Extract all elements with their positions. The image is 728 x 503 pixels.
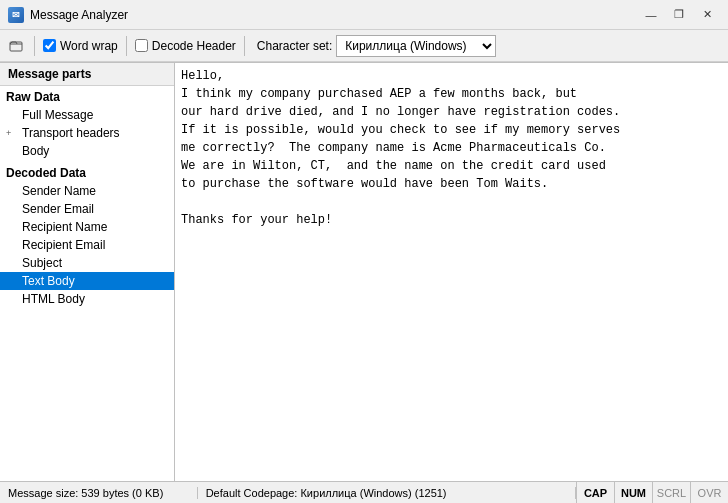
tree-item-label: Sender Email: [22, 202, 94, 216]
tree-item-recipient-name[interactable]: Recipient Name: [0, 218, 174, 236]
tree-item-label: Text Body: [22, 274, 75, 288]
tree-item-label: Full Message: [22, 108, 93, 122]
title-bar: ✉ Message Analyzer — ❐ ✕: [0, 0, 728, 30]
right-panel[interactable]: Hello, I think my company purchased AEP …: [175, 63, 728, 481]
tree-item-label: Transport headers: [22, 126, 120, 140]
tree-item-recipient-email[interactable]: Recipient Email: [0, 236, 174, 254]
status-bar: Message size: 539 bytes (0 KB) Default C…: [0, 481, 728, 503]
charset-select[interactable]: Кириллица (Windows) UTF-8 Windows-1252 I…: [336, 35, 496, 57]
tree-item-subject[interactable]: Subject: [0, 254, 174, 272]
section-label-decoded: Decoded Data: [0, 164, 174, 182]
tree-section-raw: Raw Data Full Message + Transport header…: [0, 86, 174, 162]
tree-item-label: Recipient Email: [22, 238, 105, 252]
panel-header: Message parts: [0, 63, 174, 86]
section-label-raw: Raw Data: [0, 88, 174, 106]
charset-label: Character set:: [257, 39, 332, 53]
toolbar-separator-3: [244, 36, 245, 56]
word-wrap-checkbox[interactable]: [43, 39, 56, 52]
tree-section-decoded: Decoded Data Sender Name Sender Email Re…: [0, 162, 174, 310]
content-text: Hello, I think my company purchased AEP …: [181, 67, 722, 229]
indicator-num: NUM: [614, 482, 652, 503]
tree-item-transport-headers[interactable]: + Transport headers: [0, 124, 174, 142]
decode-header-checkbox-label[interactable]: Decode Header: [135, 39, 236, 53]
main-content: Message parts Raw Data Full Message + Tr…: [0, 62, 728, 481]
tree-item-label: HTML Body: [22, 292, 85, 306]
word-wrap-label: Word wrap: [60, 39, 118, 53]
tree-item-body[interactable]: Body: [0, 142, 174, 160]
tree-item-label: Recipient Name: [22, 220, 107, 234]
title-bar-controls: — ❐ ✕: [638, 5, 720, 25]
tree-item-text-body[interactable]: Text Body: [0, 272, 174, 290]
toolbar-separator-1: [34, 36, 35, 56]
tree-item-html-body[interactable]: HTML Body: [0, 290, 174, 308]
status-indicators: CAP NUM SCRL OVR: [576, 482, 728, 503]
close-button[interactable]: ✕: [694, 5, 720, 25]
word-wrap-checkbox-label[interactable]: Word wrap: [43, 39, 118, 53]
toolbar-icon-1[interactable]: [6, 36, 26, 56]
indicator-scrl: SCRL: [652, 482, 690, 503]
tree-item-label: Subject: [22, 256, 62, 270]
toolbar-icon-group: [6, 36, 26, 56]
svg-rect-0: [10, 42, 22, 51]
left-panel: Message parts Raw Data Full Message + Tr…: [0, 63, 175, 481]
tree-item-sender-email[interactable]: Sender Email: [0, 200, 174, 218]
window-title: Message Analyzer: [30, 8, 638, 22]
status-message-size: Message size: 539 bytes (0 KB): [0, 487, 198, 499]
app-icon: ✉: [8, 7, 24, 23]
expander-transport-headers: +: [6, 128, 16, 138]
indicator-cap: CAP: [576, 482, 614, 503]
tree-item-label: Body: [22, 144, 49, 158]
status-codepage: Default Codepage: Кириллица (Windows) (1…: [198, 487, 576, 499]
restore-button[interactable]: ❐: [666, 5, 692, 25]
toolbar: Word wrap Decode Header Character set: К…: [0, 30, 728, 62]
decode-header-checkbox[interactable]: [135, 39, 148, 52]
tree-item-sender-name[interactable]: Sender Name: [0, 182, 174, 200]
toolbar-separator-2: [126, 36, 127, 56]
decode-header-label: Decode Header: [152, 39, 236, 53]
minimize-button[interactable]: —: [638, 5, 664, 25]
tree-item-full-message[interactable]: Full Message: [0, 106, 174, 124]
indicator-ovr: OVR: [690, 482, 728, 503]
tree-item-label: Sender Name: [22, 184, 96, 198]
